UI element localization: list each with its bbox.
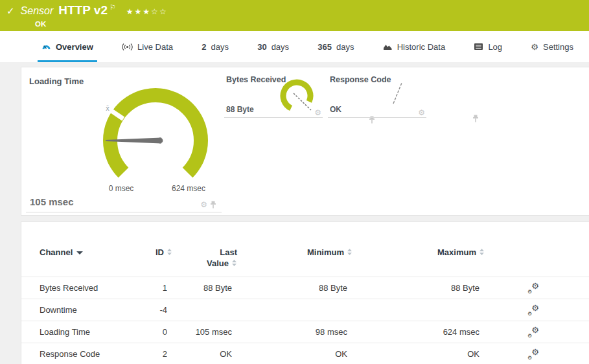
column-header-id[interactable]: ID bbox=[133, 247, 172, 258]
tile-divider bbox=[224, 117, 323, 118]
tab-label: days bbox=[211, 42, 228, 52]
sort-arrows-icon bbox=[167, 248, 172, 256]
tile-divider bbox=[26, 212, 222, 212]
table-row: Bytes Received 1 88 Byte 88 Byte 88 Byte… bbox=[21, 277, 589, 299]
tab-overview[interactable]: Overview bbox=[38, 31, 97, 62]
response-code-gauge bbox=[382, 78, 419, 114]
bytes-received-gauge bbox=[279, 79, 315, 115]
cell-id: 0 bbox=[133, 327, 172, 337]
tab-number: 365 bbox=[318, 42, 332, 52]
tab-number: 2 bbox=[202, 42, 206, 52]
gauge-tile-bytes-received: Bytes Received 88 Byte ⚙ bbox=[224, 73, 323, 118]
cell-last-value: OK bbox=[172, 349, 237, 359]
channel-settings-button[interactable]: ⚙⚙ bbox=[485, 283, 582, 293]
channel-settings-button[interactable]: ⚙⚙ bbox=[485, 349, 582, 359]
cell-minimum: 98 msec bbox=[237, 327, 352, 337]
gauge-mean-marker: x̄ bbox=[106, 104, 110, 112]
table-row: Loading Time 0 105 msec 98 msec 624 msec… bbox=[21, 321, 589, 343]
cell-id: 2 bbox=[133, 349, 172, 359]
column-header-minimum[interactable]: Minimum bbox=[237, 247, 352, 258]
gauge-max-label: 624 msec bbox=[172, 184, 205, 193]
tab-label: Log bbox=[488, 42, 502, 52]
channel-settings-button[interactable]: ⚙⚙ bbox=[485, 327, 582, 337]
sensor-kind-label: Sensor bbox=[21, 4, 54, 18]
column-header-last-value[interactable]: Last Value bbox=[172, 247, 237, 269]
table-row: Downtime -4 ⚙⚙ bbox=[21, 299, 589, 321]
channel-settings-gears-icon: ⚙⚙ bbox=[527, 305, 539, 315]
tab-label: Settings bbox=[543, 42, 573, 52]
tab-number: 30 bbox=[257, 42, 266, 52]
sensor-status-badge: OK bbox=[35, 20, 589, 28]
status-ok-check-icon: ✓ bbox=[6, 4, 15, 18]
sort-arrows-icon bbox=[347, 248, 352, 256]
tab-bar: Overview Live Data 2 days 30 days 365 da… bbox=[0, 31, 589, 62]
gauge-tile-loading-time: Loading Time x̄ 0 msec 624 msec 105 msec… bbox=[26, 72, 222, 212]
gauge-gear-icon[interactable]: ⚙ bbox=[200, 201, 207, 208]
gauge-min-label: 0 msec bbox=[109, 184, 134, 193]
loading-time-gauge: x̄ 0 msec 624 msec bbox=[81, 78, 230, 204]
tab-label: Overview bbox=[56, 42, 93, 52]
gear-icon: ⚙ bbox=[531, 42, 538, 52]
overview-content: Loading Time x̄ 0 msec 624 msec 105 msec… bbox=[0, 62, 589, 364]
column-header-maximum[interactable]: Maximum bbox=[352, 247, 485, 258]
sort-caret-icon bbox=[76, 251, 83, 255]
gauge-tile-response-code: Response Code OK ⚙ bbox=[328, 73, 426, 118]
tab-live-data[interactable]: Live Data bbox=[118, 31, 177, 62]
priority-stars[interactable]: ★★★☆☆ bbox=[126, 5, 168, 19]
channel-settings-gears-icon: ⚙⚙ bbox=[527, 327, 539, 337]
historic-chart-icon bbox=[383, 43, 393, 51]
flag-icon[interactable]: ⚐ bbox=[110, 1, 116, 15]
sort-arrows-icon bbox=[231, 259, 237, 267]
channel-table-panel: Channel ID Last Value Minimum Maximum By… bbox=[21, 222, 589, 364]
tab-label: days bbox=[336, 42, 354, 52]
channel-table-header: Channel ID Last Value Minimum Maximum bbox=[21, 222, 589, 277]
tab-label: Historic Data bbox=[397, 42, 445, 52]
sensor-header: ✓ Sensor HTTP v2 ⚐ ★★★☆☆ OK bbox=[0, 0, 589, 31]
gauge-gear-icon[interactable]: ⚙ bbox=[418, 109, 425, 116]
gauge-current-value: 105 msec bbox=[30, 196, 74, 207]
sensor-name: HTTP v2 bbox=[58, 3, 108, 17]
column-header-channel[interactable]: Channel bbox=[40, 247, 133, 258]
tab-label: days bbox=[271, 42, 289, 52]
gauge-gear-icon[interactable]: ⚙ bbox=[314, 109, 321, 116]
cell-maximum: 88 Byte bbox=[352, 283, 485, 293]
channel-settings-button[interactable]: ⚙⚙ bbox=[485, 305, 582, 315]
tab-log[interactable]: Log bbox=[470, 31, 506, 62]
gauge-pin-icon[interactable] bbox=[472, 115, 479, 122]
tab-2-days[interactable]: 2 days bbox=[198, 31, 233, 62]
cell-channel: Downtime bbox=[40, 305, 133, 315]
log-list-icon bbox=[474, 43, 483, 51]
cell-last-value: 88 Byte bbox=[172, 283, 237, 293]
cell-maximum: OK bbox=[352, 349, 485, 359]
live-data-icon bbox=[122, 43, 133, 51]
cell-channel: Loading Time bbox=[40, 327, 133, 337]
gauge-title: Loading Time bbox=[29, 76, 84, 86]
gauge-current-value: 88 Byte bbox=[226, 105, 254, 114]
cell-maximum: 624 msec bbox=[352, 327, 485, 337]
cell-last-value: 105 msec bbox=[172, 327, 237, 337]
gauge-current-value: OK bbox=[330, 105, 341, 114]
prtg-sensor-page: { "header": { "check": "✓", "kind": "Sen… bbox=[0, 0, 589, 364]
sort-arrows-icon bbox=[479, 248, 485, 256]
cell-minimum: OK bbox=[237, 349, 352, 359]
gauge-pin-icon[interactable] bbox=[210, 201, 216, 209]
channel-settings-gears-icon: ⚙⚙ bbox=[527, 349, 539, 359]
channel-settings-gears-icon: ⚙⚙ bbox=[527, 283, 539, 293]
gauge-title: Bytes Received bbox=[226, 75, 286, 84]
tab-historic-data[interactable]: Historic Data bbox=[379, 31, 449, 62]
cell-minimum: 88 Byte bbox=[237, 283, 352, 293]
tab-365-days[interactable]: 365 days bbox=[314, 31, 358, 62]
cell-id: 1 bbox=[133, 283, 172, 293]
tab-30-days[interactable]: 30 days bbox=[253, 31, 293, 62]
cell-channel: Response Code bbox=[40, 349, 133, 359]
gauge-icon bbox=[41, 42, 51, 51]
table-row: Response Code 2 OK OK OK ⚙⚙ bbox=[21, 343, 589, 364]
tab-label: Live Data bbox=[137, 42, 173, 52]
tile-divider bbox=[328, 117, 426, 118]
gauge-needle bbox=[393, 83, 402, 104]
cell-channel: Bytes Received bbox=[40, 283, 133, 293]
cell-id: -4 bbox=[133, 305, 172, 315]
gauges-panel: Loading Time x̄ 0 msec 624 msec 105 msec… bbox=[21, 67, 589, 216]
tab-settings[interactable]: ⚙ Settings bbox=[527, 31, 577, 62]
